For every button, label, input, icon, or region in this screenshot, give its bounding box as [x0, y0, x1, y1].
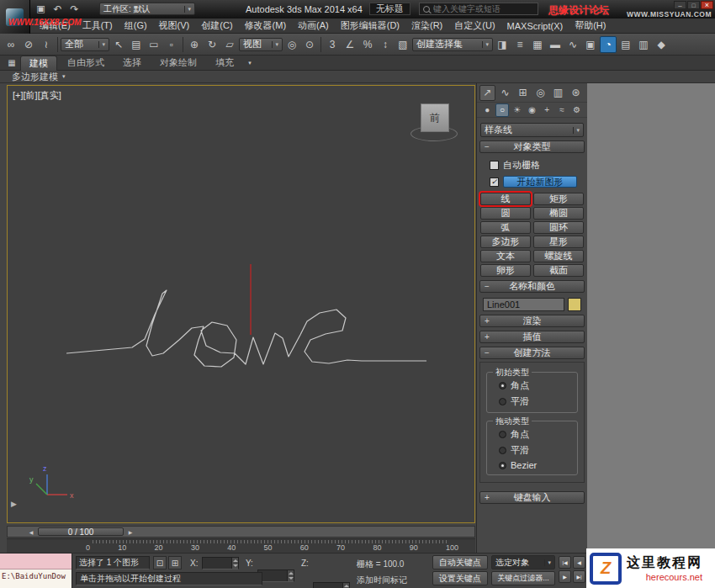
- btn-ngon[interactable]: 多边形: [480, 236, 531, 248]
- tab-selection[interactable]: 选择: [114, 56, 150, 71]
- use-pivot-center-icon[interactable]: ◎: [283, 36, 300, 53]
- drag-smooth-radio[interactable]: [499, 447, 506, 454]
- maxscript-mini-listener[interactable]: E:\BaiduYunDow: [0, 554, 72, 588]
- btn-egg[interactable]: 卵形: [480, 264, 531, 277]
- curve-editor-icon[interactable]: ∿: [564, 36, 581, 53]
- initial-smooth-radio[interactable]: [499, 398, 506, 405]
- cameras-category-icon[interactable]: ◉: [525, 103, 539, 117]
- schematic-view-icon[interactable]: ▣: [582, 36, 599, 53]
- minimize-button[interactable]: –: [674, 1, 686, 9]
- geometry-category-icon[interactable]: ●: [480, 103, 495, 117]
- btn-arc[interactable]: 弧: [480, 221, 531, 234]
- object-color-swatch[interactable]: [568, 298, 581, 311]
- y-coordinate-field[interactable]: [257, 569, 294, 582]
- select-and-link-icon[interactable]: ∞: [3, 36, 19, 53]
- object-type-rollout-header[interactable]: − 对象类型: [479, 140, 585, 153]
- align-icon[interactable]: ≡: [511, 36, 528, 53]
- tab-populate[interactable]: 填充: [207, 56, 242, 71]
- spinner-icon[interactable]: [342, 583, 349, 588]
- menu-animation[interactable]: 动画(A): [292, 19, 335, 34]
- btn-text[interactable]: 文本: [480, 250, 531, 262]
- spline-type-dropdown[interactable]: 样条线 ▾: [480, 123, 584, 137]
- previous-frame-button[interactable]: ◀: [573, 556, 585, 569]
- bind-to-spacewarp-icon[interactable]: ≀: [38, 36, 55, 53]
- name-color-rollout-header[interactable]: − 名称和颜色: [479, 280, 585, 293]
- previous-frame-arrow[interactable]: ◀: [26, 527, 36, 536]
- rendered-frame-window-icon[interactable]: ▥: [635, 36, 652, 53]
- creation-method-rollout-header[interactable]: − 创建方法: [479, 347, 585, 359]
- mirror-icon[interactable]: ◨: [494, 36, 511, 53]
- redo-button[interactable]: ↷: [67, 3, 82, 15]
- btn-donut[interactable]: 圆环: [533, 221, 584, 234]
- viewport-front[interactable]: x y z [+][前][真实] 前 ▶: [7, 85, 475, 523]
- lights-category-icon[interactable]: ☀: [510, 103, 524, 117]
- tab-object-paint[interactable]: 对象绘制: [151, 56, 205, 71]
- btn-line[interactable]: 线: [480, 193, 531, 205]
- key-filters-button[interactable]: 关键点过滤器...: [491, 571, 555, 585]
- initial-corner-radio[interactable]: [499, 382, 506, 389]
- drag-bezier-radio[interactable]: [499, 462, 506, 469]
- play-button[interactable]: ▶: [559, 570, 571, 583]
- search-box[interactable]: [419, 3, 538, 15]
- spinner-icon[interactable]: [287, 570, 294, 581]
- time-slider-track[interactable]: ◀ 0 / 100 ▶: [7, 526, 475, 538]
- menu-tools[interactable]: 工具(T): [77, 19, 119, 34]
- go-to-end-button[interactable]: ▶|: [573, 570, 585, 583]
- reference-coordinate-dropdown[interactable]: 视图 ▾: [239, 38, 283, 51]
- start-new-shape-checkbox[interactable]: ✓: [490, 177, 499, 187]
- edit-named-selections-icon[interactable]: ▧: [395, 36, 411, 53]
- close-button[interactable]: ×: [701, 1, 713, 9]
- autogrid-checkbox[interactable]: [490, 161, 499, 170]
- add-time-tag-button[interactable]: 添加时间标记: [357, 575, 407, 586]
- absolute-offset-mode-icon[interactable]: ⊞: [168, 556, 182, 569]
- systems-category-icon[interactable]: ⚙: [569, 103, 584, 117]
- menu-modifiers[interactable]: 修改器(M): [239, 19, 293, 34]
- rendering-rollout-header[interactable]: + 渲染: [479, 315, 585, 327]
- btn-helix[interactable]: 螺旋线: [533, 250, 584, 262]
- set-key-button[interactable]: 设置关键点: [432, 571, 488, 585]
- spinner-snap-icon[interactable]: ↕: [377, 36, 394, 53]
- z-coordinate-field[interactable]: [313, 582, 350, 588]
- shapes-category-icon[interactable]: ○: [495, 103, 510, 117]
- app-logo-button[interactable]: [0, 0, 30, 34]
- select-by-name-icon[interactable]: ▤: [128, 36, 145, 53]
- menu-graph-editors[interactable]: 图形编辑器(D): [335, 19, 405, 34]
- key-mode-dropdown[interactable]: 选定对象 ▾: [491, 555, 555, 569]
- auto-key-button[interactable]: 自动关键点: [432, 555, 488, 569]
- btn-section[interactable]: 截面: [533, 264, 584, 277]
- spacewarps-category-icon[interactable]: ≈: [555, 103, 569, 117]
- track-bar[interactable]: 0 10 20 30 40 50 60 70 80 90 100: [7, 538, 475, 553]
- menu-maxscript[interactable]: MAXScript(X): [501, 19, 569, 34]
- menu-rendering[interactable]: 渲染(R): [405, 19, 448, 34]
- motion-tab[interactable]: ◎: [532, 85, 548, 101]
- viewcube[interactable]: 前: [412, 99, 458, 146]
- select-and-manipulate-icon[interactable]: ⊙: [301, 36, 318, 53]
- helpers-category-icon[interactable]: +: [540, 103, 554, 117]
- menu-group[interactable]: 组(G): [119, 19, 153, 34]
- select-and-move-icon[interactable]: ⊕: [186, 36, 203, 53]
- spinner-icon[interactable]: [231, 558, 238, 569]
- percent-snap-icon[interactable]: %: [359, 36, 376, 53]
- modify-tab[interactable]: ∿: [497, 85, 513, 101]
- workspace-dropdown[interactable]: 工作区: 默认 ▾: [99, 3, 195, 15]
- listener-pane[interactable]: E:\BaiduYunDow: [0, 569, 72, 588]
- render-setup-icon[interactable]: ▤: [617, 36, 634, 53]
- time-slider-handle[interactable]: 0 / 100: [38, 527, 124, 536]
- layer-manager-icon[interactable]: ▦: [529, 36, 546, 53]
- btn-ellipse[interactable]: 椭圆: [533, 207, 584, 220]
- interpolation-rollout-header[interactable]: + 插值: [479, 331, 585, 343]
- display-tab[interactable]: ▥: [550, 85, 566, 101]
- btn-star[interactable]: 星形: [533, 236, 584, 248]
- go-to-start-button[interactable]: |◀: [559, 556, 571, 569]
- drag-corner-radio[interactable]: [499, 431, 506, 438]
- rectangular-selection-region-icon[interactable]: ▭: [146, 36, 162, 53]
- object-name-field[interactable]: Line001: [483, 298, 564, 311]
- unlink-selection-icon[interactable]: ⊘: [20, 36, 37, 53]
- window-crossing-icon[interactable]: ▫: [163, 36, 180, 53]
- menu-customize[interactable]: 自定义(U): [448, 19, 500, 34]
- polygon-modeling-panel-label[interactable]: 多边形建模: [12, 71, 58, 83]
- tab-modeling[interactable]: 建模: [20, 56, 57, 71]
- search-input[interactable]: [433, 4, 527, 13]
- btn-rectangle[interactable]: 矩形: [533, 193, 584, 205]
- select-and-rotate-icon[interactable]: ↻: [204, 36, 220, 53]
